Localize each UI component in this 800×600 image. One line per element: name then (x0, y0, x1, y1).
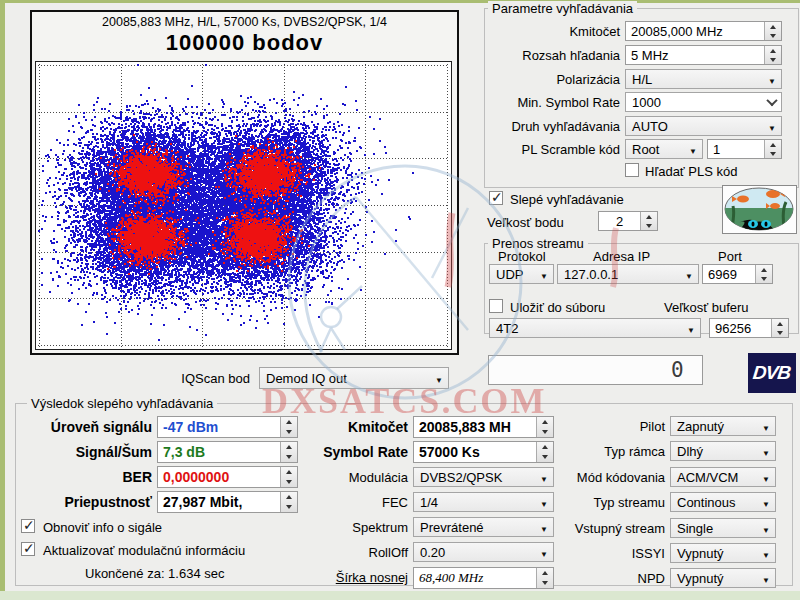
dropdown-arrow-icon[interactable] (757, 521, 775, 536)
spin-up-icon[interactable] (286, 420, 292, 424)
dot-size-input[interactable]: 2 (598, 211, 658, 231)
dropdown-arrow-icon[interactable] (430, 371, 448, 386)
spinner[interactable] (640, 212, 657, 230)
buffer-size-value[interactable]: 96256 (710, 321, 771, 336)
update-modulation-info-checkbox[interactable] (21, 542, 35, 556)
spin-up-icon[interactable] (286, 445, 292, 449)
port-value[interactable]: 6969 (703, 267, 755, 282)
issyi-dropdown[interactable]: Vypnutý (670, 543, 776, 563)
pilot-dropdown[interactable]: Zapnutý (670, 416, 776, 436)
spin-down-icon[interactable] (286, 430, 292, 434)
throughput-input[interactable]: 27,987 Mbit, (157, 491, 298, 513)
spectrum-dropdown[interactable]: Prevrátené (413, 517, 554, 537)
spin-down-icon[interactable] (646, 224, 652, 228)
spin-up-icon[interactable] (286, 495, 292, 499)
dropdown-arrow-icon[interactable] (757, 419, 775, 434)
rolloff-dropdown[interactable]: 0.20 (413, 542, 554, 562)
carrier-width-input[interactable]: 68,400 MHz (413, 567, 554, 589)
save-to-file-checkbox[interactable] (489, 299, 503, 313)
ip-address-dropdown[interactable]: 127.0.0.1 (557, 264, 699, 284)
spinner[interactable] (755, 265, 772, 283)
dropdown-arrow-icon[interactable] (757, 546, 775, 561)
carrier-width-value[interactable]: 68,400 MHz (414, 570, 536, 586)
spin-up-icon[interactable] (770, 25, 776, 29)
pl-scramble-code-input[interactable]: 1 (707, 139, 782, 159)
spin-up-icon[interactable] (770, 49, 776, 53)
modulation-dropdown[interactable]: DVBS2/QPSK (413, 467, 554, 487)
spin-up-icon[interactable] (286, 470, 292, 474)
spin-up-icon[interactable] (777, 322, 783, 326)
spin-up-icon[interactable] (761, 268, 767, 272)
spinner[interactable] (280, 492, 297, 512)
ber-value[interactable]: 0,0000000 (158, 469, 280, 485)
dropdown-arrow-icon[interactable] (680, 267, 698, 282)
pl-scramble-code-value[interactable]: 1 (708, 142, 764, 157)
tuner-frequency-input[interactable]: 20085,883 MH (413, 416, 554, 438)
port-input[interactable]: 6969 (702, 264, 773, 284)
spinner[interactable] (764, 46, 781, 64)
spinner[interactable] (280, 442, 297, 462)
dropdown-arrow-icon[interactable] (757, 470, 775, 485)
pl-scramble-mode-dropdown[interactable]: Root (625, 139, 703, 159)
frame-type-dropdown[interactable]: Dlhý (670, 441, 776, 461)
dropdown-arrow-icon[interactable] (763, 72, 781, 87)
spin-down-icon[interactable] (770, 34, 776, 38)
spinner[interactable] (764, 22, 781, 40)
dropdown-arrow-icon[interactable] (757, 495, 775, 510)
signal-level-value[interactable]: -47 dBm (158, 419, 280, 435)
spin-down-icon[interactable] (286, 480, 292, 484)
min-symbol-rate-value[interactable]: 1000 (626, 95, 763, 110)
pls-search-checkbox[interactable] (625, 163, 639, 177)
symbol-rate-input[interactable]: 57000 Ks (413, 441, 554, 463)
iqscan-dropdown[interactable]: Demod IQ out (259, 367, 449, 389)
spin-up-icon[interactable] (542, 445, 548, 449)
spin-up-icon[interactable] (646, 215, 652, 219)
buffer-size-input[interactable]: 96256 (709, 318, 789, 338)
fish-aquarium-button[interactable] (722, 185, 797, 234)
frequency-value[interactable]: 20085,000 MHz (626, 24, 764, 39)
spin-up-icon[interactable] (770, 143, 776, 147)
spin-up-icon[interactable] (542, 571, 548, 575)
stream-type-dropdown[interactable]: Continous (670, 492, 776, 512)
npd-dropdown[interactable]: Vypnutý (670, 568, 776, 588)
search-type-dropdown[interactable]: AUTO (625, 116, 782, 136)
spin-down-icon[interactable] (542, 430, 548, 434)
search-range-value[interactable]: 5 MHz (626, 48, 764, 63)
dropdown-arrow-icon[interactable] (757, 571, 775, 586)
frequency-input[interactable]: 20085,000 MHz (625, 21, 782, 41)
chevron-down-icon[interactable] (763, 98, 781, 106)
coding-mode-dropdown[interactable]: ACM/VCM (670, 467, 776, 487)
spin-down-icon[interactable] (286, 455, 292, 459)
dropdown-arrow-icon[interactable] (684, 142, 702, 157)
protocol-dropdown[interactable]: UDP (489, 264, 554, 284)
dropdown-arrow-icon[interactable] (763, 119, 781, 134)
signal-level-input[interactable]: -47 dBm (157, 416, 298, 438)
spinner[interactable] (771, 319, 788, 337)
throughput-value[interactable]: 27,987 Mbit, (158, 494, 280, 510)
spin-down-icon[interactable] (770, 58, 776, 62)
input-stream-dropdown[interactable]: Single (670, 518, 776, 538)
blind-search-checkbox[interactable] (489, 191, 503, 205)
search-range-input[interactable]: 5 MHz (625, 45, 782, 65)
spinner[interactable] (280, 467, 297, 487)
device-dropdown[interactable]: 4T2 (489, 318, 701, 338)
spin-down-icon[interactable] (770, 152, 776, 156)
dropdown-arrow-icon[interactable] (682, 321, 700, 336)
spin-down-icon[interactable] (286, 505, 292, 509)
spin-down-icon[interactable] (777, 331, 783, 335)
snr-input[interactable]: 7,3 dB (157, 441, 298, 463)
tuner-frequency-value[interactable]: 20085,883 MH (414, 419, 536, 435)
symbol-rate-value[interactable]: 57000 Ks (414, 444, 536, 460)
spinner[interactable] (280, 417, 297, 437)
snr-value[interactable]: 7,3 dB (158, 444, 280, 460)
spin-down-icon[interactable] (542, 581, 548, 585)
spin-down-icon[interactable] (761, 277, 767, 281)
spin-up-icon[interactable] (542, 420, 548, 424)
ber-input[interactable]: 0,0000000 (157, 466, 298, 488)
polarization-dropdown[interactable]: H/L (625, 69, 782, 89)
refresh-signal-info-checkbox[interactable] (21, 519, 35, 533)
fec-dropdown[interactable]: 1/4 (413, 492, 554, 512)
spin-down-icon[interactable] (542, 455, 548, 459)
dot-size-value[interactable]: 2 (599, 214, 640, 229)
spinner[interactable] (764, 140, 781, 158)
